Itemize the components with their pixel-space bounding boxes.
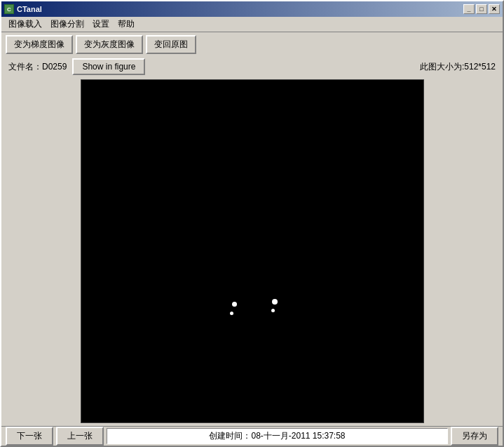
tab-original[interactable]: 变回原图 (146, 35, 196, 54)
size-info: 此图大小为:512*512 (420, 61, 496, 73)
title-bar-text: C CTanal (4, 4, 42, 14)
image-dot (271, 309, 275, 312)
status-bar: 下一张 上一张 创建时间：08-十一月-2011 15:37:58 另存为 (1, 426, 503, 446)
prev-button[interactable]: 上一张 (56, 427, 104, 446)
info-bar: 文件名：D0259 Show in figure 此图大小为:512*512 (1, 57, 503, 76)
app-icon: C (4, 4, 14, 14)
next-button[interactable]: 下一张 (6, 427, 53, 446)
main-window: C CTanal _ □ ✕ 图像载入 图像分割 设置 帮助 变为梯度图像 变为… (0, 0, 504, 447)
close-button[interactable]: ✕ (489, 4, 500, 14)
maximize-button[interactable]: □ (476, 4, 487, 14)
show-figure-button[interactable]: Show in figure (72, 58, 145, 75)
toolbar: 变为梯度图像 变为灰度图像 变回原图 (1, 32, 503, 57)
image-dot (232, 302, 237, 307)
title-bar-controls: _ □ ✕ (463, 4, 500, 14)
save-button[interactable]: 另存为 (451, 427, 498, 446)
tab-grayscale[interactable]: 变为灰度图像 (76, 35, 143, 54)
timestamp-display: 创建时间：08-十一月-2011 15:37:58 (107, 428, 448, 444)
window-title: CTanal (17, 5, 42, 13)
minimize-button[interactable]: _ (463, 4, 475, 14)
image-dot (272, 299, 278, 305)
image-container (1, 76, 503, 426)
tab-gradient[interactable]: 变为梯度图像 (6, 35, 73, 54)
menu-image-load[interactable]: 图像载入 (4, 17, 46, 32)
menu-help[interactable]: 帮助 (114, 17, 139, 32)
menu-settings[interactable]: 设置 (88, 17, 114, 32)
menu-image-segment[interactable]: 图像分割 (46, 17, 88, 32)
title-bar: C CTanal _ □ ✕ (1, 1, 503, 17)
image-dot (230, 312, 233, 315)
info-left: 文件名：D0259 Show in figure (8, 58, 145, 75)
file-label: 文件名：D0259 (8, 61, 67, 73)
timestamp-text: 创建时间：08-十一月-2011 15:37:58 (209, 431, 345, 441)
image-canvas (81, 79, 424, 423)
menu-bar: 图像载入 图像分割 设置 帮助 (1, 17, 503, 32)
